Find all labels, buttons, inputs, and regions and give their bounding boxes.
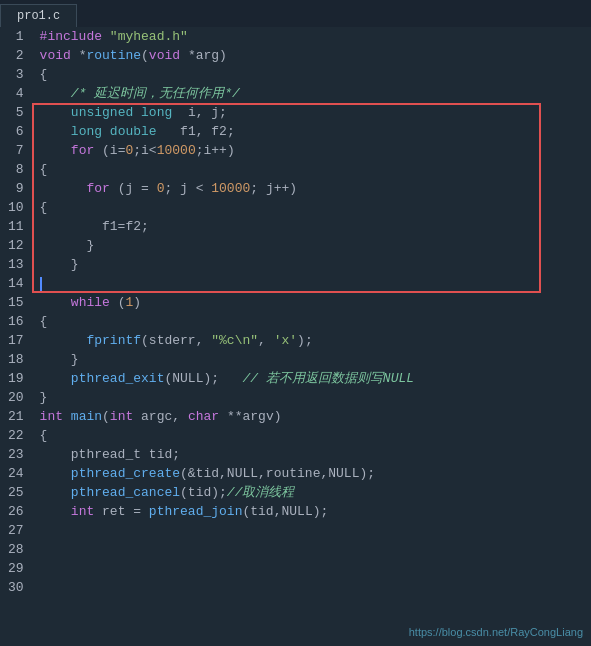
code-line-5: /* 延迟时间，无任何作用*/ <box>40 84 591 103</box>
line-number-26: 26 <box>8 502 24 521</box>
tab-bar: pro1.c <box>0 0 591 27</box>
tab-pro1c[interactable]: pro1.c <box>0 4 77 27</box>
line-number-13: 13 <box>8 255 24 274</box>
line-number-19: 19 <box>8 369 24 388</box>
line-number-16: 16 <box>8 312 24 331</box>
code-line-4: { <box>40 65 591 84</box>
code-line-7: long double f1, f2; <box>40 122 591 141</box>
line-number-21: 21 <box>8 407 24 426</box>
line-number-18: 18 <box>8 350 24 369</box>
line-number-27: 27 <box>8 521 24 540</box>
line-number-2: 2 <box>8 46 24 65</box>
line-number-25: 25 <box>8 483 24 502</box>
line-number-4: 4 <box>8 84 24 103</box>
watermark: https://blog.csdn.net/RayCongLiang <box>409 626 583 638</box>
line-number-11: 11 <box>8 217 24 236</box>
code-line-23: int main(int argc, char **argv) <box>40 407 591 426</box>
code-line-14: } <box>40 255 591 274</box>
code-line-1: #include "myhead.h" <box>40 27 591 46</box>
code-line-20: pthread_exit(NULL); // 若不用返回数据则写NULL <box>40 369 591 388</box>
code-line-10: for (j = 0; j < 10000; j++) <box>40 179 591 198</box>
line-number-17: 17 <box>8 331 24 350</box>
line-number-23: 23 <box>8 445 24 464</box>
code-line-18: fprintf(stderr, "%c\n", 'x'); <box>40 331 591 350</box>
line-number-28: 28 <box>8 540 24 559</box>
line-number-30: 30 <box>8 578 24 597</box>
code-line-16: while (1) <box>40 293 591 312</box>
line-number-10: 10 <box>8 198 24 217</box>
line-number-7: 7 <box>8 141 24 160</box>
code-line-9: { <box>40 160 591 179</box>
code-container: 1234567891011121314151617181920212223242… <box>0 27 591 646</box>
line-number-20: 20 <box>8 388 24 407</box>
code-line-19: } <box>40 350 591 369</box>
line-number-5: 5 <box>8 103 24 122</box>
code-line-26: pthread_create(&tid,NULL,routine,NULL); <box>40 464 591 483</box>
line-number-29: 29 <box>8 559 24 578</box>
code-line-25: pthread_t tid; <box>40 445 591 464</box>
code-line-12: f1=f2; <box>40 217 591 236</box>
code-line-3: void *routine(void *arg) <box>40 46 591 65</box>
line-number-6: 6 <box>8 122 24 141</box>
line-number-15: 15 <box>8 293 24 312</box>
code-line-11: { <box>40 198 591 217</box>
code-line-21: } <box>40 388 591 407</box>
line-numbers: 1234567891011121314151617181920212223242… <box>0 27 32 646</box>
code-line-24: { <box>40 426 591 445</box>
line-number-12: 12 <box>8 236 24 255</box>
line-number-9: 9 <box>8 179 24 198</box>
code-line-28: pthread_cancel(tid);//取消线程 <box>40 483 591 502</box>
line-number-14: 14 <box>8 274 24 293</box>
code-line-30: int ret = pthread_join(tid,NULL); <box>40 502 591 521</box>
code-area[interactable]: #include "myhead.h"void *routine(void *a… <box>32 27 591 646</box>
line-number-24: 24 <box>8 464 24 483</box>
code-line-6: unsigned long i, j; <box>40 103 591 122</box>
line-number-3: 3 <box>8 65 24 84</box>
line-number-22: 22 <box>8 426 24 445</box>
code-line-17: { <box>40 312 591 331</box>
code-line-8: for (i=0;i<10000;i++) <box>40 141 591 160</box>
line-number-8: 8 <box>8 160 24 179</box>
code-line-15 <box>40 274 591 293</box>
line-number-1: 1 <box>8 27 24 46</box>
code-line-13: } <box>40 236 591 255</box>
